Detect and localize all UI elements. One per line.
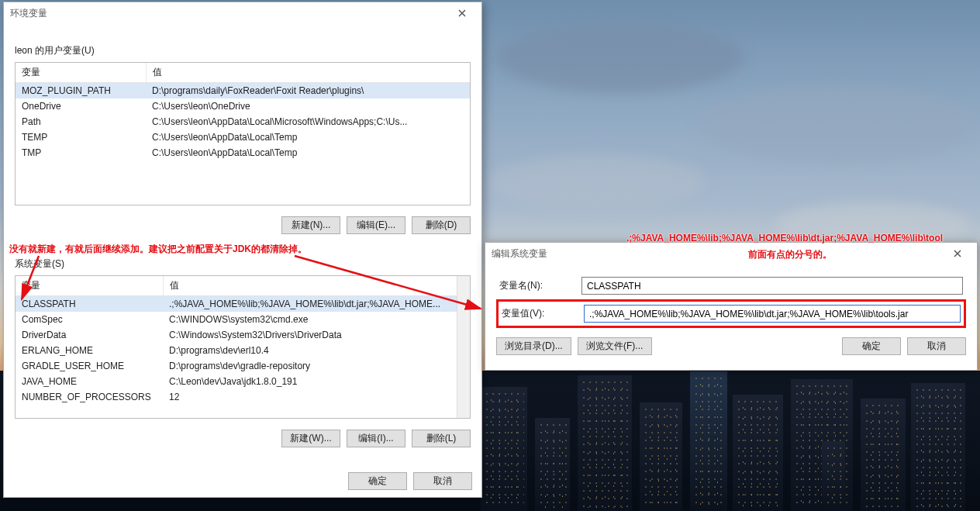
var-name-cell: JAVA_HOME: [16, 374, 163, 389]
var-name-cell: ERLANG_HOME: [16, 343, 163, 358]
edit-titlebar[interactable]: 编辑系统变量: [485, 243, 977, 264]
var-name-cell: TEMP: [16, 129, 146, 145]
var-name-cell: Path: [16, 114, 146, 129]
var-value-cell: D:\programs\dev\erl10.4: [163, 343, 470, 358]
col-variable[interactable]: 变量: [16, 63, 146, 83]
sys-new-button[interactable]: 新建(W)...: [281, 430, 340, 447]
var-name-input[interactable]: [581, 277, 963, 295]
var-value-cell: C:\Users\leon\OneDrive: [146, 98, 470, 114]
var-name-cell: GRADLE_USER_HOME: [16, 358, 163, 374]
value-highlight-box: 变量值(V):: [496, 299, 966, 328]
system-vars-table[interactable]: 变量 值 CLASSPATH.;%JAVA_HOME%\lib;%JAVA_HO…: [15, 275, 471, 419]
user-new-button[interactable]: 新建(N)...: [281, 216, 340, 234]
env-ok-button[interactable]: 确定: [348, 472, 407, 490]
var-value-cell: C:\Windows\System32\Drivers\DriverData: [163, 327, 470, 343]
edit-cancel-button[interactable]: 取消: [907, 337, 966, 355]
var-name-cell: DriverData: [16, 327, 163, 343]
env-titlebar[interactable]: 环境变量: [4, 2, 481, 24]
sys-edit-button[interactable]: 编辑(I)...: [347, 430, 405, 447]
var-name-cell: OneDrive: [16, 98, 146, 114]
var-value-cell: C:\Users\leon\AppData\Local\Microsoft\Wi…: [146, 114, 470, 129]
table-row[interactable]: DriverDataC:\Windows\System32\Drivers\Dr…: [16, 327, 470, 343]
var-value-cell: 12: [163, 389, 470, 405]
var-name-cell: CLASSPATH: [16, 296, 163, 312]
var-value-cell: D:\programs\dev\gradle-repository: [163, 358, 470, 374]
user-delete-button[interactable]: 删除(D): [412, 216, 471, 234]
table-row[interactable]: JAVA_HOMEC:\Leon\dev\Java\jdk1.8.0_191: [16, 374, 470, 389]
env-cancel-button[interactable]: 取消: [413, 472, 472, 490]
table-row[interactable]: OneDriveC:\Users\leon\OneDrive: [16, 98, 470, 114]
var-name-label: 变量名(N):: [499, 279, 574, 292]
table-row[interactable]: GRADLE_USER_HOMED:\programs\dev\gradle-r…: [16, 358, 470, 374]
table-row[interactable]: ComSpecC:\WINDOWS\system32\cmd.exe: [16, 312, 470, 327]
table-row[interactable]: TEMPC:\Users\leon\AppData\Local\Temp: [16, 129, 470, 145]
user-vars-table[interactable]: 变量 值 MOZ_PLUGIN_PATHD:\programs\daily\Fo…: [15, 62, 471, 205]
table-row[interactable]: ERLANG_HOMED:\programs\dev\erl10.4: [16, 343, 470, 358]
close-icon[interactable]: [944, 245, 971, 262]
edit-ok-button[interactable]: 确定: [842, 337, 901, 355]
table-row[interactable]: PathC:\Users\leon\AppData\Local\Microsof…: [16, 114, 470, 129]
edit-title: 编辑系统变量: [492, 247, 547, 261]
var-value-input[interactable]: [584, 305, 961, 323]
var-value-cell: C:\Leon\dev\Java\jdk1.8.0_191: [163, 374, 470, 389]
var-name-cell: ComSpec: [16, 312, 163, 327]
browse-file-button[interactable]: 浏览文件(F)...: [578, 337, 652, 355]
table-row[interactable]: CLASSPATH.;%JAVA_HOME%\lib;%JAVA_HOME%\l…: [16, 296, 470, 312]
table-row[interactable]: TMPC:\Users\leon\AppData\Local\Temp: [16, 145, 470, 161]
annotation-right-sub: 前面有点的分号的。: [748, 248, 832, 261]
table-row[interactable]: NUMBER_OF_PROCESSORS12: [16, 389, 470, 405]
col-value[interactable]: 值: [146, 63, 470, 83]
edit-system-variable-dialog: 编辑系统变量 变量名(N): 变量值(V): 浏览目录(D)... 浏览文件(F…: [485, 242, 978, 371]
var-name-cell: TMP: [16, 145, 146, 161]
var-value-cell: C:\Users\leon\AppData\Local\Temp: [146, 145, 470, 161]
browse-dir-button[interactable]: 浏览目录(D)...: [496, 337, 571, 355]
col-value[interactable]: 值: [163, 276, 470, 296]
var-value-cell: D:\programs\daily\FoxReader\Foxit Reader…: [146, 83, 470, 99]
user-vars-label: leon 的用户变量(U): [4, 44, 481, 57]
user-edit-button[interactable]: 编辑(E)...: [347, 216, 405, 234]
scrollbar[interactable]: [457, 276, 470, 418]
sys-delete-button[interactable]: 删除(L): [412, 430, 471, 447]
annotation-right-top: .;%JAVA_HOME%\lib;%JAVA_HOME%\lib\dt.jar…: [626, 233, 943, 243]
var-name-cell: MOZ_PLUGIN_PATH: [16, 83, 146, 99]
var-value-cell: .;%JAVA_HOME%\lib;%JAVA_HOME%\lib\dt.jar…: [163, 296, 470, 312]
env-title: 环境变量: [10, 7, 47, 20]
var-name-cell: NUMBER_OF_PROCESSORS: [16, 389, 163, 405]
table-row[interactable]: MOZ_PLUGIN_PATHD:\programs\daily\FoxRead…: [16, 83, 470, 99]
annotation-left: 没有就新建，有就后面继续添加。建议把之前配置关于JDK的都清除掉。: [9, 243, 307, 256]
close-icon[interactable]: [449, 5, 475, 22]
col-variable[interactable]: 变量: [16, 276, 163, 296]
var-value-cell: C:\Users\leon\AppData\Local\Temp: [146, 129, 470, 145]
var-value-cell: C:\WINDOWS\system32\cmd.exe: [163, 312, 470, 327]
system-vars-label: 系统变量(S): [4, 257, 481, 271]
var-value-label: 变量值(V):: [502, 307, 576, 320]
